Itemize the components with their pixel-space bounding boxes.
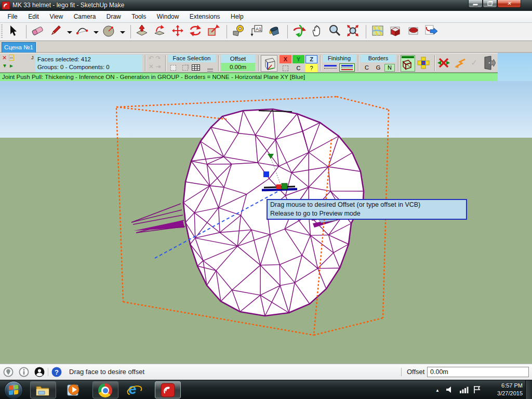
push-pull-tool-button[interactable] <box>135 24 151 39</box>
move-tool-button[interactable] <box>171 24 187 39</box>
get-models-button[interactable] <box>389 24 404 39</box>
joint-push-pull-toolbar: ✕ -- ▼ ► J Faces selected: 412 Groups: 0… <box>0 53 498 73</box>
eraser-tool-button[interactable] <box>31 24 46 39</box>
window-title: MK 33 helmet - lego fit - SketchUp Make <box>12 0 124 11</box>
zoom-extents-button[interactable] <box>346 24 362 39</box>
add-location-button[interactable] <box>371 24 387 39</box>
circle-tool-dropdown[interactable] <box>119 24 126 39</box>
jpp-play-icon[interactable]: ► <box>9 63 14 69</box>
offset-edge-highlight <box>262 189 297 190</box>
menu-help[interactable]: Help <box>227 11 248 22</box>
faces-selected-text: Faces selected: 412 <box>37 56 140 63</box>
taskbar-clock[interactable]: 6:57 PM 3/27/2015 <box>497 382 523 397</box>
plugin-status-line: Joint Push Pull: Thickening - Inference … <box>0 73 498 81</box>
pan-tool-button[interactable] <box>310 24 326 39</box>
exit-door-button[interactable] <box>482 56 497 71</box>
help-icon[interactable]: ? <box>51 367 62 377</box>
svg-text:A1: A1 <box>256 26 261 32</box>
follow-me-tool-button[interactable] <box>153 24 168 39</box>
line-tool-dropdown[interactable] <box>66 24 73 39</box>
axis-custom-button[interactable]: C <box>292 64 304 72</box>
close-button[interactable]: ✕ <box>497 0 521 8</box>
taskbar-chrome-button[interactable] <box>92 381 118 398</box>
axis-y-button[interactable]: Y <box>292 55 304 63</box>
warehouse-share-button[interactable] <box>407 24 422 39</box>
taskbar-internet-explorer-button[interactable]: e <box>124 381 150 398</box>
axis-x-button[interactable]: X <box>280 55 291 63</box>
scene-tab[interactable]: Сцена №1 <box>2 42 36 52</box>
tooltip-line1: Drag mouse to desired Offset (or type of… <box>270 201 463 209</box>
scale-tool-button[interactable] <box>207 24 222 39</box>
undo-last-button[interactable] <box>454 58 468 69</box>
select-by-criteria-button[interactable] <box>205 63 215 72</box>
arc-tool-button[interactable] <box>75 24 91 39</box>
vcb-offset-input[interactable]: 0.00m <box>427 367 529 377</box>
toolbar-grip[interactable] <box>1 24 3 39</box>
start-flag-red <box>9 385 13 390</box>
viewport[interactable]: Drag mouse to desired Offset (or type of… <box>0 81 532 364</box>
jpp-undo-icon: ↶ ↷ <box>149 55 161 62</box>
vcb-offset-label: Offset <box>407 368 424 376</box>
menu-camera[interactable]: Camera <box>70 11 100 22</box>
volume-icon[interactable] <box>446 386 454 393</box>
arc-tool-dropdown[interactable] <box>93 24 99 39</box>
offset-tooltip: Drag mouse to desired Offset (or type of… <box>267 199 467 220</box>
select-connected-faces-button[interactable] <box>180 63 190 72</box>
taskbar-media-player-button[interactable] <box>61 381 87 398</box>
axes-target-button[interactable] <box>417 56 431 71</box>
clock-time: 6:57 PM <box>497 382 523 390</box>
menu-file[interactable]: File <box>3 11 21 22</box>
axis-free-button[interactable] <box>280 64 291 72</box>
tape-measure-tool-button[interactable] <box>232 24 247 39</box>
rotate-tool-button[interactable] <box>189 24 204 39</box>
taskbar-sketchup-button[interactable] <box>155 381 181 398</box>
menu-tools[interactable]: Tools <box>127 11 150 22</box>
restore-button[interactable] <box>483 0 497 8</box>
borders-g-button[interactable]: G <box>373 64 383 72</box>
jpp-down-arrow-icon[interactable]: ▼ <box>2 63 7 69</box>
network-icon[interactable] <box>459 386 469 393</box>
start-flag-yellow <box>14 390 18 395</box>
action-center-flag-icon[interactable] <box>473 385 481 394</box>
minimize-button[interactable] <box>468 0 483 8</box>
sign-in-user-icon[interactable] <box>34 367 45 377</box>
borders-label: Borders <box>361 55 396 62</box>
line-tool-button[interactable] <box>49 24 64 39</box>
blue-square-marker <box>263 171 269 177</box>
tooltip-line2: Release to go to Preview mode <box>270 209 463 218</box>
select-all-faces-button[interactable] <box>192 63 203 72</box>
finishing-option-1-button[interactable] <box>323 63 338 72</box>
scene-tabs-row: Сцена №1 <box>0 41 532 53</box>
select-tool-button[interactable] <box>6 24 21 39</box>
circle-tool-button[interactable] <box>102 24 117 39</box>
show-hidden-icons-button[interactable]: ▲ <box>435 388 440 393</box>
menu-window[interactable]: Window <box>153 11 183 22</box>
select-single-face-button[interactable] <box>168 63 178 72</box>
axes-cube-button[interactable] <box>261 55 277 72</box>
menu-edit[interactable]: Edit <box>24 11 43 22</box>
orbit-tool-button[interactable] <box>292 24 308 39</box>
text-tool-button[interactable]: A1 <box>249 24 265 39</box>
start-button[interactable] <box>4 381 23 399</box>
borders-n-button[interactable]: N <box>384 64 395 72</box>
finishing-option-2-button[interactable] <box>339 63 355 72</box>
axis-help-button[interactable]: ? <box>305 64 317 72</box>
clock-date: 3/27/2015 <box>497 390 523 397</box>
wireframe-preview-button[interactable] <box>401 55 415 72</box>
menu-view[interactable]: View <box>45 11 67 22</box>
menu-extensions[interactable]: Extensions <box>185 11 224 22</box>
paint-bucket-tool-button[interactable] <box>268 24 283 39</box>
jpp-close-icon[interactable]: ✕ <box>2 55 7 61</box>
taskbar-explorer-button[interactable] <box>30 381 56 398</box>
credits-info-icon[interactable] <box>19 367 29 377</box>
share-model-button[interactable] <box>424 24 440 39</box>
abort-button[interactable] <box>437 58 451 69</box>
jpp-dash-button[interactable]: -- <box>9 55 14 61</box>
borders-c-button[interactable]: C <box>362 64 372 72</box>
toolbar-gap-sky <box>498 53 532 81</box>
axis-z-button[interactable]: Z <box>305 55 317 63</box>
geolocation-icon[interactable] <box>3 367 14 377</box>
menu-draw[interactable]: Draw <box>102 11 125 22</box>
show-desktop-button[interactable] <box>525 380 532 399</box>
zoom-tool-button[interactable] <box>328 24 343 39</box>
